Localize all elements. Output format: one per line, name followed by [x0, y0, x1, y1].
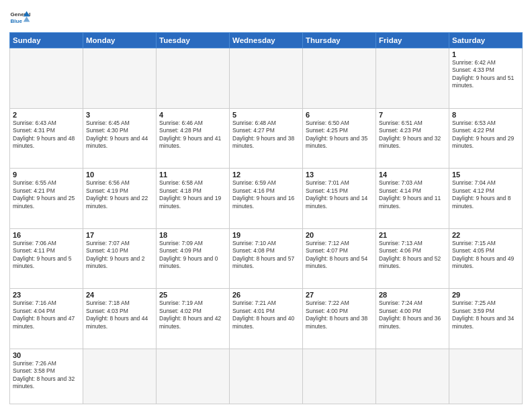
- generalblue-logo-icon: General Blue: [9, 7, 31, 28]
- week-row-2: 2Sunrise: 6:43 AMSunset: 4:31 PMDaylight…: [10, 108, 523, 169]
- weekday-header-row: SundayMondayTuesdayWednesdayThursdayFrid…: [10, 33, 523, 48]
- day-sun-info: Sunrise: 6:42 AMSunset: 4:33 PMDaylight:…: [452, 59, 519, 90]
- day-number: 21: [379, 231, 446, 239]
- day-sun-info: Sunrise: 6:53 AMSunset: 4:22 PMDaylight:…: [452, 120, 519, 150]
- calendar-cell: 25Sunrise: 7:19 AMSunset: 4:02 PMDayligh…: [157, 289, 230, 349]
- weekday-header-friday: Friday: [376, 33, 449, 48]
- day-number: 17: [86, 231, 153, 239]
- day-number: 20: [306, 231, 373, 239]
- day-sun-info: Sunrise: 7:16 AMSunset: 4:04 PMDaylight:…: [13, 300, 80, 330]
- day-sun-info: Sunrise: 6:46 AMSunset: 4:28 PMDaylight:…: [159, 120, 226, 150]
- day-sun-info: Sunrise: 6:48 AMSunset: 4:27 PMDaylight:…: [232, 120, 300, 150]
- day-sun-info: Sunrise: 6:58 AMSunset: 4:18 PMDaylight:…: [159, 179, 226, 210]
- calendar-cell: 12Sunrise: 6:59 AMSunset: 4:16 PMDayligh…: [230, 169, 303, 229]
- day-sun-info: Sunrise: 7:06 AMSunset: 4:11 PMDaylight:…: [13, 240, 80, 271]
- logo: General Blue: [9, 7, 31, 28]
- day-sun-info: Sunrise: 7:21 AMSunset: 4:01 PMDaylight:…: [232, 300, 300, 330]
- calendar-table: SundayMondayTuesdayWednesdayThursdayFrid…: [9, 32, 523, 404]
- calendar-cell: 10Sunrise: 6:56 AMSunset: 4:19 PMDayligh…: [83, 169, 157, 229]
- day-number: 4: [159, 111, 226, 119]
- calendar-cell: [230, 48, 303, 109]
- day-sun-info: Sunrise: 7:18 AMSunset: 4:03 PMDaylight:…: [86, 300, 153, 330]
- day-sun-info: Sunrise: 7:19 AMSunset: 4:02 PMDaylight:…: [159, 300, 226, 330]
- day-sun-info: Sunrise: 7:09 AMSunset: 4:09 PMDaylight:…: [159, 240, 226, 271]
- calendar-cell: 26Sunrise: 7:21 AMSunset: 4:01 PMDayligh…: [230, 289, 303, 349]
- day-number: 29: [452, 291, 519, 299]
- weekday-header-sunday: Sunday: [10, 33, 83, 48]
- day-sun-info: Sunrise: 6:59 AMSunset: 4:16 PMDaylight:…: [232, 179, 300, 210]
- day-sun-info: Sunrise: 7:04 AMSunset: 4:12 PMDaylight:…: [452, 179, 519, 210]
- day-sun-info: Sunrise: 7:10 AMSunset: 4:08 PMDaylight:…: [232, 240, 300, 271]
- day-number: 9: [13, 171, 80, 179]
- day-number: 13: [306, 171, 373, 179]
- day-number: 18: [159, 231, 226, 239]
- calendar-cell: 13Sunrise: 7:01 AMSunset: 4:15 PMDayligh…: [303, 169, 376, 229]
- calendar-cell: [303, 349, 376, 404]
- day-number: 15: [452, 171, 519, 179]
- day-number: 11: [159, 171, 226, 179]
- day-sun-info: Sunrise: 7:22 AMSunset: 4:00 PMDaylight:…: [306, 300, 373, 330]
- weekday-header-monday: Monday: [83, 33, 157, 48]
- day-number: 27: [306, 291, 373, 299]
- week-row-3: 9Sunrise: 6:55 AMSunset: 4:21 PMDaylight…: [10, 169, 523, 229]
- day-sun-info: Sunrise: 6:50 AMSunset: 4:25 PMDaylight:…: [306, 120, 373, 150]
- day-sun-info: Sunrise: 7:15 AMSunset: 4:05 PMDaylight:…: [452, 240, 519, 271]
- calendar-cell: 15Sunrise: 7:04 AMSunset: 4:12 PMDayligh…: [449, 169, 523, 229]
- day-number: 25: [159, 291, 226, 299]
- calendar-cell: [83, 349, 157, 404]
- calendar-cell: 20Sunrise: 7:12 AMSunset: 4:07 PMDayligh…: [303, 228, 376, 289]
- day-sun-info: Sunrise: 6:43 AMSunset: 4:31 PMDaylight:…: [13, 120, 80, 150]
- weekday-header-wednesday: Wednesday: [230, 33, 303, 48]
- day-number: 1: [452, 50, 519, 58]
- day-sun-info: Sunrise: 7:13 AMSunset: 4:06 PMDaylight:…: [379, 240, 446, 271]
- calendar-cell: 6Sunrise: 6:50 AMSunset: 4:25 PMDaylight…: [303, 108, 376, 169]
- calendar-cell: [10, 48, 83, 109]
- day-sun-info: Sunrise: 7:26 AMSunset: 3:58 PMDaylight:…: [13, 360, 80, 391]
- calendar-cell: 27Sunrise: 7:22 AMSunset: 4:00 PMDayligh…: [303, 289, 376, 349]
- day-sun-info: Sunrise: 6:45 AMSunset: 4:30 PMDaylight:…: [86, 120, 153, 150]
- calendar-cell: 9Sunrise: 6:55 AMSunset: 4:21 PMDaylight…: [10, 169, 83, 229]
- day-number: 10: [86, 171, 153, 179]
- day-sun-info: Sunrise: 7:03 AMSunset: 4:14 PMDaylight:…: [379, 179, 446, 210]
- day-number: 2: [13, 111, 80, 119]
- calendar-cell: 2Sunrise: 6:43 AMSunset: 4:31 PMDaylight…: [10, 108, 83, 169]
- day-sun-info: Sunrise: 7:24 AMSunset: 4:00 PMDaylight:…: [379, 300, 446, 330]
- week-row-4: 16Sunrise: 7:06 AMSunset: 4:11 PMDayligh…: [10, 228, 523, 289]
- day-sun-info: Sunrise: 7:07 AMSunset: 4:10 PMDaylight:…: [86, 240, 153, 271]
- calendar-cell: [376, 349, 449, 404]
- day-number: 28: [379, 291, 446, 299]
- day-number: 23: [13, 291, 80, 299]
- weekday-header-thursday: Thursday: [303, 33, 376, 48]
- calendar-cell: 5Sunrise: 6:48 AMSunset: 4:27 PMDaylight…: [230, 108, 303, 169]
- calendar-cell: 11Sunrise: 6:58 AMSunset: 4:18 PMDayligh…: [157, 169, 230, 229]
- header: General Blue: [9, 7, 523, 28]
- day-sun-info: Sunrise: 7:12 AMSunset: 4:07 PMDaylight:…: [306, 240, 373, 271]
- day-number: 6: [306, 111, 373, 119]
- calendar-cell: 1Sunrise: 6:42 AMSunset: 4:33 PMDaylight…: [449, 48, 523, 109]
- calendar-cell: [376, 48, 449, 109]
- calendar-cell: 16Sunrise: 7:06 AMSunset: 4:11 PMDayligh…: [10, 228, 83, 289]
- week-row-1: 1Sunrise: 6:42 AMSunset: 4:33 PMDaylight…: [10, 48, 523, 109]
- day-number: 16: [13, 231, 80, 239]
- calendar-cell: [157, 349, 230, 404]
- day-sun-info: Sunrise: 7:01 AMSunset: 4:15 PMDaylight:…: [306, 179, 373, 210]
- day-number: 8: [452, 111, 519, 119]
- day-number: 26: [232, 291, 300, 299]
- week-row-5: 23Sunrise: 7:16 AMSunset: 4:04 PMDayligh…: [10, 289, 523, 349]
- day-number: 14: [379, 171, 446, 179]
- calendar-cell: 3Sunrise: 6:45 AMSunset: 4:30 PMDaylight…: [83, 108, 157, 169]
- calendar-cell: [83, 48, 157, 109]
- page: General Blue SundayMondayTuesdayWednesda…: [0, 0, 532, 411]
- weekday-header-saturday: Saturday: [449, 33, 523, 48]
- calendar-cell: 22Sunrise: 7:15 AMSunset: 4:05 PMDayligh…: [449, 228, 523, 289]
- svg-text:Blue: Blue: [11, 18, 23, 24]
- day-number: 12: [232, 171, 300, 179]
- weekday-header-tuesday: Tuesday: [157, 33, 230, 48]
- day-number: 30: [13, 351, 80, 359]
- day-number: 22: [452, 231, 519, 239]
- calendar-cell: 17Sunrise: 7:07 AMSunset: 4:10 PMDayligh…: [83, 228, 157, 289]
- calendar-cell: [230, 349, 303, 404]
- calendar-cell: 8Sunrise: 6:53 AMSunset: 4:22 PMDaylight…: [449, 108, 523, 169]
- day-sun-info: Sunrise: 6:51 AMSunset: 4:23 PMDaylight:…: [379, 120, 446, 150]
- calendar-cell: 29Sunrise: 7:25 AMSunset: 3:59 PMDayligh…: [449, 289, 523, 349]
